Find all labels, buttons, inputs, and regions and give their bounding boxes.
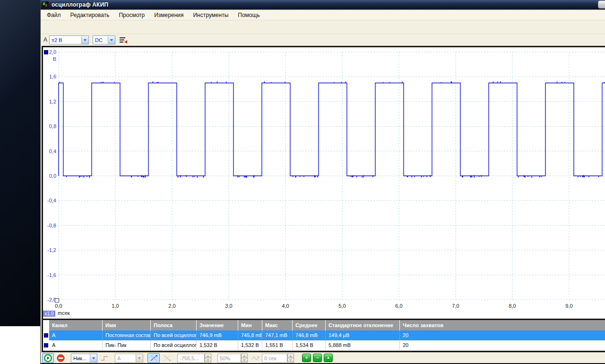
spin-down-button[interactable]	[241, 358, 248, 363]
coupling-dropdown-button[interactable]	[108, 36, 115, 44]
header-max: Макс	[262, 320, 293, 330]
y-tick-label: -0,4	[43, 198, 56, 203]
screen: осциллограф АКИП Файл Редактировать Прос…	[0, 0, 605, 364]
menu-tools[interactable]: Инструменты	[188, 10, 233, 20]
add-measurement-button[interactable]: +	[302, 354, 311, 362]
main-toolbar: 1 ms/div x 1 + − 8,09...	[41, 20, 605, 34]
cell-value: 746,9 mB	[197, 330, 238, 340]
menu-measurements[interactable]: Измерения	[149, 10, 188, 20]
header-captures: Число захватов	[400, 320, 605, 330]
chevron-down-icon	[138, 357, 141, 359]
chevron-down-icon	[84, 39, 86, 41]
trigger-source-select[interactable]: Ник...	[71, 354, 97, 363]
waveform-trace	[59, 83, 605, 176]
header-band: Полоса	[151, 320, 197, 330]
y-tick-label: 0,8	[43, 123, 56, 129]
channel-bar: A ±2 В DC	[41, 34, 605, 46]
spin-down-button[interactable]	[205, 358, 211, 363]
menu-view[interactable]: Просмотр	[114, 10, 149, 20]
menu-file[interactable]: Файл	[42, 10, 66, 20]
falling-slope-button[interactable]	[161, 353, 173, 363]
table-gutter	[43, 320, 49, 350]
spin-up-button[interactable]	[205, 354, 211, 358]
triangle-up-icon: ▲	[327, 356, 330, 360]
stop-button[interactable]	[55, 353, 67, 363]
spin-down-button[interactable]	[287, 358, 294, 363]
x-tick-label: 8,0	[504, 303, 520, 309]
table-row[interactable]: A Постоянная составляющая По всей осцилл…	[49, 330, 605, 340]
row-checkbox[interactable]	[44, 333, 48, 338]
chevron-down-icon	[110, 39, 113, 41]
trigger-channel-value: A	[117, 355, 121, 361]
trigger-channel-select[interactable]: A	[115, 354, 143, 363]
spin-up-button[interactable]	[287, 354, 294, 358]
waveform-canvas[interactable]	[43, 47, 605, 303]
pretrigger-percent-field[interactable]: 50%	[217, 354, 241, 363]
y-axis-unit: В	[43, 56, 56, 62]
menu-help[interactable]: Помощь	[233, 10, 264, 20]
cell-band: По всей осциллограмме	[151, 340, 197, 350]
cell-band: По всей осциллограмме	[151, 330, 197, 340]
source-dropdown-button[interactable]	[90, 354, 97, 362]
y-tick-label: -1,6	[43, 272, 56, 278]
cell-name: Пик- Пик	[103, 340, 151, 350]
range-select[interactable]: ±2 В	[49, 35, 89, 44]
holdoff-time-field[interactable]: 0 сек	[262, 354, 287, 363]
expand-panel-button[interactable]: ▲	[324, 354, 333, 362]
acquisition-toolbar: Ник... A	[41, 352, 605, 363]
rising-slope-button[interactable]	[147, 353, 160, 363]
y-tick-label: -1,2	[43, 247, 56, 253]
run-button[interactable]	[42, 353, 54, 363]
trigger-level-field[interactable]: -756,5...	[177, 354, 205, 363]
trigger-mode-button[interactable]	[99, 353, 110, 363]
percent-spinner[interactable]	[241, 354, 248, 363]
cell-mean: 1,534 В	[293, 340, 326, 350]
holdoff-button[interactable]	[250, 353, 261, 363]
x-tick-label: 1,0	[107, 303, 123, 309]
x-tick-label: 2,0	[164, 303, 180, 309]
level-spinner[interactable]	[205, 354, 211, 363]
coupling-select[interactable]: DC	[93, 35, 115, 44]
signal-settings-icon	[119, 36, 128, 43]
x-tick-label: 6,0	[391, 303, 407, 309]
remove-measurement-button[interactable]: −	[313, 354, 322, 362]
coupling-value: DC	[95, 37, 103, 43]
range-dropdown-button[interactable]	[81, 36, 88, 44]
plot-area[interactable]: 2,01,61,20,80,40,0-0,4-0,8-1,2-1,6-2,0В …	[43, 47, 605, 319]
corner-drag-handle[interactable]	[55, 298, 59, 303]
trace-noise-ticks	[60, 81, 604, 178]
channel-settings-button[interactable]	[118, 35, 129, 45]
menu-edit[interactable]: Редактировать	[66, 10, 114, 20]
cell-min: 745,8 mB	[238, 330, 262, 340]
x-tick-label: 0,0	[51, 303, 67, 309]
close-button[interactable]	[598, 0, 605, 9]
x-tick-label: 9,0	[561, 303, 577, 309]
x-axis-unit: mсек	[58, 310, 70, 316]
wave-arrow-icon	[252, 355, 260, 361]
range-value: ±2 В	[52, 37, 62, 43]
x-tick-label: 3,0	[221, 303, 237, 309]
y-tick-label: 2,0	[43, 49, 56, 55]
table-header: Канал Имя Полоса Значение Мин Макс Средн…	[49, 320, 605, 330]
pretrigger-percent-value: 50%	[220, 355, 230, 361]
x-tick-label: 4,0	[277, 303, 294, 309]
falling-slope-icon	[163, 355, 171, 362]
chevron-down-icon	[92, 357, 95, 359]
cell-channel: A	[49, 340, 103, 350]
y-tick-label: -2,0	[43, 297, 56, 303]
spin-up-button[interactable]	[241, 354, 248, 358]
row-checkbox[interactable]	[44, 343, 48, 347]
channel-dropdown-button[interactable]	[136, 354, 143, 362]
cell-captures: 20	[400, 330, 605, 340]
play-icon	[44, 354, 52, 362]
cell-min: 1,532 В	[238, 340, 262, 350]
background-window-area	[0, 326, 40, 364]
x-tick-label: 7,0	[448, 303, 464, 309]
cell-max: 747,1 mB	[262, 330, 293, 340]
time-spinner[interactable]	[287, 354, 294, 363]
y-tick-label: 0,4	[43, 148, 56, 154]
table-row[interactable]: A Пик- Пик По всей осциллограмме 1,532 В…	[49, 340, 605, 350]
app-icon	[42, 1, 49, 8]
cell-stdev: 149,4 µB	[326, 330, 400, 340]
app-window: осциллограф АКИП Файл Редактировать Прос…	[40, 0, 605, 364]
